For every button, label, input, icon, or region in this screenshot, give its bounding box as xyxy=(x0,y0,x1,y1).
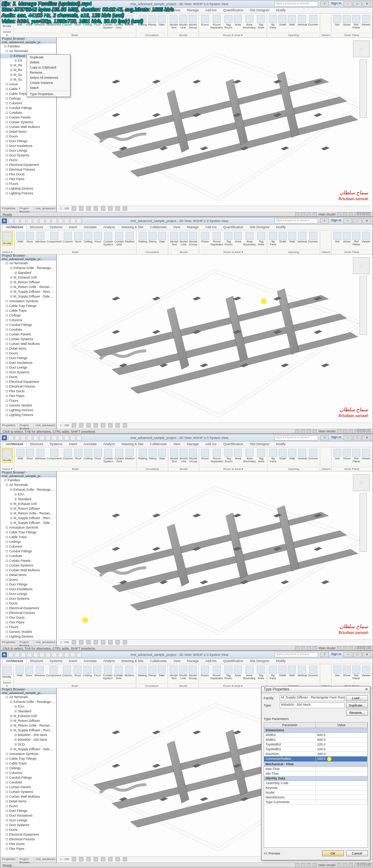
param-row[interactable]: TopWidth1225.0 xyxy=(264,747,368,752)
ribbon-tab-manage[interactable]: Manage xyxy=(184,8,202,13)
ribbon-btn-floor[interactable]: Floor xyxy=(93,665,102,677)
ribbon-tab-annotate[interactable]: Annotate xyxy=(81,658,100,664)
ribbon-tab-view[interactable]: View xyxy=(170,658,184,664)
ribbon-btn-curtain
grid[interactable]: CurtainGrid xyxy=(114,448,124,463)
ribbon-btn-dormer[interactable]: Dormer xyxy=(308,231,318,244)
view-control-icon[interactable] xyxy=(72,640,76,645)
panel-tab[interactable]: rme_advanced... xyxy=(34,857,60,863)
sign-in-link[interactable]: Sign In xyxy=(330,652,343,657)
status-icon[interactable] xyxy=(301,863,305,868)
search-input[interactable]: Type a keyword or phrase xyxy=(274,435,318,440)
tree-item[interactable]: ⊟Air Terminals xyxy=(0,261,56,266)
tree-item[interactable]: ⊟Conduits xyxy=(0,554,56,558)
ribbon-btn-tag
area[interactable]: TagArea xyxy=(256,15,265,30)
ribbon-btn-by
face[interactable]: ByFace xyxy=(268,15,277,30)
ribbon-tab-analyze[interactable]: Analyze xyxy=(100,441,118,447)
qat-button[interactable] xyxy=(21,435,26,440)
family-select[interactable]: M_Supply Diffuser - Rectangular Face Rou… xyxy=(280,695,345,701)
context-item-match[interactable]: Match xyxy=(27,85,70,90)
qat-button[interactable] xyxy=(27,435,32,440)
ribbon-btn-model
line[interactable]: ModelLine xyxy=(179,15,188,30)
tree-item[interactable]: ⊟Lighting Fixtures xyxy=(0,413,56,417)
tree-item[interactable]: ⊟Ceilings xyxy=(0,313,56,318)
dialog-close-icon[interactable]: ✕ xyxy=(365,687,368,692)
app-icon[interactable]: R xyxy=(2,218,7,223)
modify-button[interactable]: Modify xyxy=(2,448,13,463)
ribbon-btn-ceiling[interactable]: Ceiling xyxy=(83,448,93,460)
ribbon-btn-viewer[interactable]: Viewer xyxy=(361,15,371,27)
ribbon-btn-room
separator[interactable]: RoomSeparator xyxy=(210,15,223,30)
close-button[interactable]: ✕ xyxy=(362,1,371,7)
ribbon-btn-area
boundary[interactable]: AreaBoundary xyxy=(243,665,256,680)
maximize-button[interactable]: □ xyxy=(353,218,362,223)
tree-item[interactable]: ⊟Electrical Equipment xyxy=(0,832,56,837)
ribbon-btn-set[interactable]: Set xyxy=(333,15,342,27)
ribbon-btn-dormer[interactable]: Dormer xyxy=(308,15,318,27)
ribbon-btn-model
text[interactable]: ModelText xyxy=(170,231,178,246)
tree-item[interactable]: ⊟Cable Trays xyxy=(0,535,56,540)
ribbon-btn-ramp[interactable]: Ramp xyxy=(148,448,157,460)
ribbon-btn-roof[interactable]: Roof xyxy=(73,665,82,677)
view-control-icon[interactable] xyxy=(72,423,76,428)
ribbon-tab-insert[interactable]: Insert xyxy=(66,225,81,230)
ribbon-btn-room
separator[interactable]: RoomSeparator xyxy=(210,231,223,246)
tree-item[interactable]: ⊞Exhaust Grille - Rectangular - F xyxy=(0,487,56,492)
tree-item[interactable]: ⊟Curtain Wall Mullions xyxy=(0,794,56,799)
tree-item[interactable]: ⊟Curtain Systems xyxy=(0,337,56,342)
tree-item[interactable]: ⊟Duct Fittings xyxy=(0,809,56,813)
status-icon[interactable] xyxy=(295,429,299,434)
ribbon-btn-area[interactable]: Area xyxy=(233,231,242,244)
ribbon-tab-insert[interactable]: Insert xyxy=(66,441,81,447)
view-control-icon[interactable] xyxy=(123,206,127,211)
tree-item[interactable]: ⊟Curtain Systems xyxy=(0,790,56,794)
qat-button[interactable] xyxy=(27,652,32,657)
tree-item[interactable]: ⊟Ducts xyxy=(0,158,56,163)
ribbon-btn-component[interactable]: Component xyxy=(47,448,62,460)
qat-button[interactable] xyxy=(52,218,57,223)
context-item-rename...[interactable]: Rename... xyxy=(27,70,70,75)
panel-tab[interactable]: rme_advanced... xyxy=(34,423,60,429)
status-icon[interactable] xyxy=(343,863,347,868)
qat-button[interactable] xyxy=(27,218,32,223)
tree-item[interactable]: ⊞M_Supply Diffuser - Sidewall xyxy=(0,294,56,299)
tree-item[interactable]: ⊞M_Exhaust Grill xyxy=(0,502,56,506)
view-control-icon[interactable] xyxy=(94,857,98,861)
status-icon[interactable] xyxy=(337,429,341,434)
ribbon-btn-window[interactable]: Window xyxy=(35,448,46,460)
ribbon-tab-structure[interactable]: Structure xyxy=(27,225,47,230)
ok-button[interactable]: OK xyxy=(322,851,344,856)
qat-button[interactable] xyxy=(76,435,82,440)
ribbon-btn-tag
room[interactable]: TagRoom xyxy=(224,231,233,246)
maximize-button[interactable]: □ xyxy=(353,1,362,7)
view-control-icon[interactable] xyxy=(72,857,76,861)
ribbon-btn-tag
area[interactable]: TagArea xyxy=(257,448,266,463)
tree-item[interactable]: ⊟Flex Pipes xyxy=(0,620,56,625)
status-icon[interactable] xyxy=(313,646,317,651)
tree-item[interactable]: ⊟Electrical Equipment xyxy=(0,163,56,167)
qat-button[interactable] xyxy=(64,218,69,223)
ribbon-btn-vertical[interactable]: Vertical xyxy=(297,448,307,460)
ribbon-tab-systems[interactable]: Systems xyxy=(47,658,66,664)
ribbon-btn-door[interactable]: Door xyxy=(25,448,34,460)
ribbon-btn-tag
area[interactable]: TagArea xyxy=(256,665,265,680)
tree-item[interactable]: ⊟Electrical Fixtures xyxy=(0,167,56,172)
tree-item[interactable]: ⊟Cable Tray Fittings xyxy=(0,304,56,308)
tree-item[interactable]: ⊞M_Supply Diffuser - Rectangul xyxy=(0,728,56,733)
ribbon-btn-area[interactable]: Area xyxy=(233,665,242,677)
tree-item[interactable]: ⊞Standard xyxy=(0,709,56,714)
tree-item[interactable]: ⊟Duct Systems xyxy=(0,370,56,375)
tree-item[interactable]: ⊟Duct Systems xyxy=(0,153,56,158)
tree-item[interactable]: ⊞Standard xyxy=(0,497,56,502)
tree-item[interactable]: ⊟Conduit Fittings xyxy=(0,106,56,110)
tree-item[interactable]: ⊟Detail Items xyxy=(0,573,56,577)
ribbon-btn-wall[interactable]: Wall xyxy=(15,665,24,677)
ribbon-btn-area[interactable]: Area xyxy=(233,448,242,460)
tree-item[interactable]: ⊞M_Return Grille - Rectangular - xyxy=(0,285,56,289)
ribbon-tab-collaborate[interactable]: Collaborate xyxy=(147,658,170,664)
app-icon[interactable]: R xyxy=(2,435,7,440)
ribbon-tab-analyze[interactable]: Analyze xyxy=(100,225,118,230)
qat-button[interactable] xyxy=(46,435,51,440)
ribbon-btn-ref
plane[interactable]: RefPlane xyxy=(352,231,361,246)
navigation-bar[interactable] xyxy=(360,276,367,335)
tree-item[interactable]: ⊟Conduits xyxy=(0,327,56,332)
